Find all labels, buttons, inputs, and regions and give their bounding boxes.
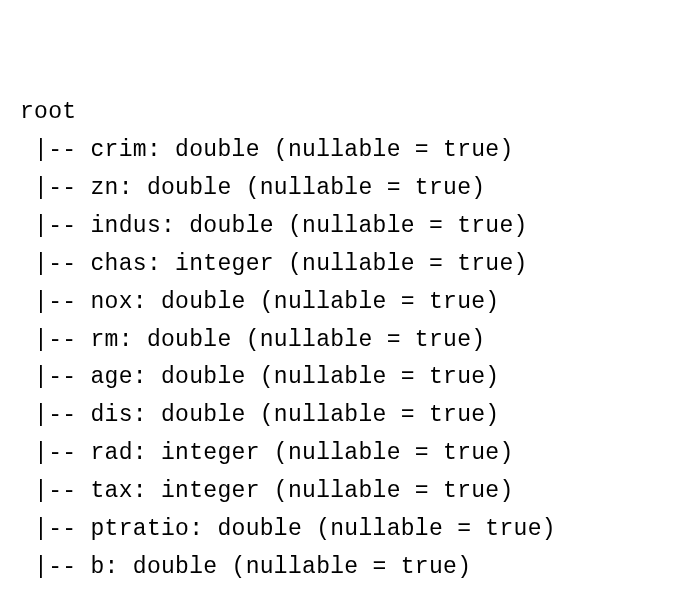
schema-field-line: |-- indus: double (nullable = true) <box>20 208 662 246</box>
schema-field-line: |-- rm: double (nullable = true) <box>20 322 662 360</box>
schema-field-line: |-- nox: double (nullable = true) <box>20 284 662 322</box>
schema-field-line: |-- crim: double (nullable = true) <box>20 132 662 170</box>
schema-field-line: |-- dis: double (nullable = true) <box>20 397 662 435</box>
schema-field-line: |-- age: double (nullable = true) <box>20 359 662 397</box>
schema-field-line: |-- rad: integer (nullable = true) <box>20 435 662 473</box>
schema-field-line: |-- b: double (nullable = true) <box>20 549 662 587</box>
schema-field-line: |-- tax: integer (nullable = true) <box>20 473 662 511</box>
schema-root-label: root <box>20 94 662 132</box>
schema-field-line: |-- zn: double (nullable = true) <box>20 170 662 208</box>
schema-field-line: |-- ptratio: double (nullable = true) <box>20 511 662 549</box>
schema-field-line: |-- chas: integer (nullable = true) <box>20 246 662 284</box>
schema-fields-container: |-- crim: double (nullable = true) |-- z… <box>20 132 662 590</box>
